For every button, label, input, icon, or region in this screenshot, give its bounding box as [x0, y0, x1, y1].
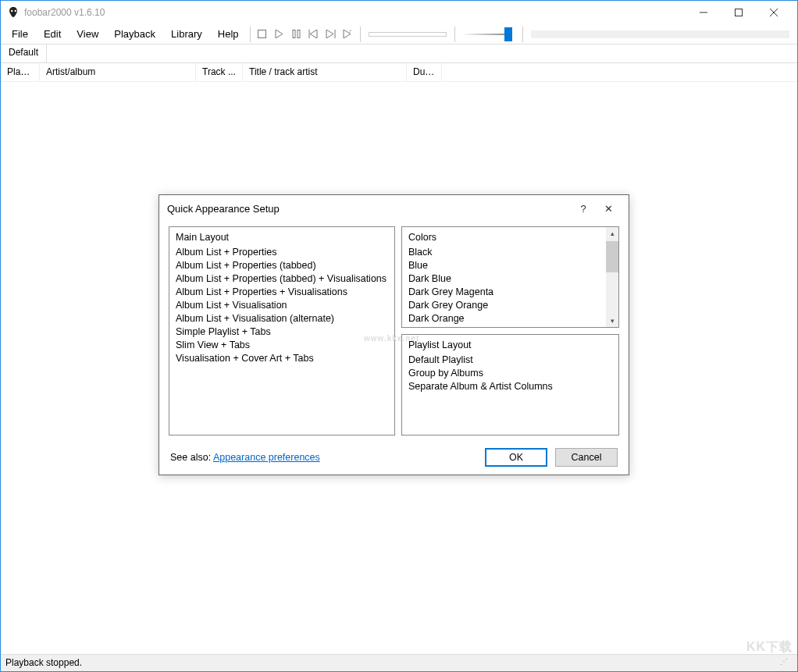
list-item[interactable]: Dark Blue: [408, 273, 612, 284]
resize-grip-icon[interactable]: ⋰: [780, 657, 793, 669]
see-also-label: See also:: [170, 452, 211, 463]
main-layout-heading: Main Layout: [176, 232, 388, 243]
list-item[interactable]: Group by Albums: [408, 368, 612, 379]
maximize-button[interactable]: [721, 1, 756, 24]
svg-rect-6: [293, 30, 295, 38]
list-item[interactable]: Dark Grey Orange: [408, 300, 612, 311]
playlist-layout-heading: Playlist Layout: [408, 340, 612, 350]
list-item[interactable]: Album List + Properties: [176, 247, 388, 258]
list-item[interactable]: Album List + Properties (tabbed) + Visua…: [176, 273, 388, 284]
menu-view[interactable]: View: [69, 26, 106, 42]
menu-file[interactable]: File: [4, 26, 36, 42]
svg-rect-1: [735, 9, 742, 16]
tab-default[interactable]: Default: [1, 44, 47, 62]
main-layout-panel: Main Layout Album List + Properties Albu…: [169, 226, 395, 436]
list-item[interactable]: Simple Playlist + Tabs: [176, 326, 388, 337]
status-text: Playback stopped.: [5, 657, 780, 669]
next-icon[interactable]: [323, 27, 339, 42]
svg-marker-5: [276, 30, 283, 38]
play-icon[interactable]: [272, 27, 287, 42]
status-bar: Playback stopped. ⋰: [1, 654, 797, 671]
menu-bar: File Edit View Playback Library Help ?: [1, 24, 797, 44]
separator: [250, 27, 251, 42]
menu-help[interactable]: Help: [210, 26, 247, 42]
menu-library[interactable]: Library: [163, 26, 210, 42]
scroll-down-icon[interactable]: ▾: [606, 315, 618, 327]
scroll-up-icon[interactable]: ▴: [606, 227, 618, 240]
dialog-help-button[interactable]: ?: [571, 203, 596, 215]
svg-rect-4: [258, 30, 266, 38]
separator: [360, 27, 361, 42]
colors-panel: Colors Black Blue Dark Blue Dark Grey Ma…: [401, 226, 619, 328]
close-button[interactable]: [756, 1, 791, 24]
separator: [522, 27, 523, 42]
menu-edit[interactable]: Edit: [36, 26, 69, 42]
list-item[interactable]: Album List + Visualisation (alternate): [176, 313, 388, 324]
list-item[interactable]: Dark Orange: [408, 313, 612, 324]
svg-text:?: ?: [348, 30, 351, 34]
col-track[interactable]: Track ...: [196, 63, 243, 81]
random-icon[interactable]: ?: [340, 27, 356, 42]
dialog-close-button[interactable]: ✕: [596, 203, 621, 215]
volume-slider[interactable]: [461, 27, 516, 42]
playlist-columns: Playi... Artist/album Track ... Title / …: [1, 63, 797, 82]
dialog-titlebar: Quick Appearance Setup ? ✕: [159, 195, 629, 222]
pause-icon[interactable]: [289, 27, 305, 42]
list-item[interactable]: Album List + Properties (tabbed): [176, 260, 388, 271]
watermark-logo: KK下载: [746, 639, 793, 656]
list-item[interactable]: Slim View + Tabs: [176, 340, 388, 350]
svg-marker-9: [310, 30, 317, 38]
separator: [454, 27, 455, 42]
list-item[interactable]: Blue: [408, 260, 612, 271]
list-item[interactable]: Album List + Visualisation: [176, 300, 388, 311]
svg-rect-7: [297, 30, 300, 38]
seek-bar[interactable]: [369, 32, 447, 37]
ok-button[interactable]: OK: [485, 448, 547, 467]
window-title: foobar2000 v1.6.10: [24, 7, 686, 18]
prev-icon[interactable]: [306, 27, 322, 42]
playlist-tabs: Default: [1, 44, 797, 63]
colors-scrollbar[interactable]: ▴ ▾: [606, 227, 618, 327]
stop-icon[interactable]: [255, 27, 270, 42]
menu-playback[interactable]: Playback: [106, 26, 163, 42]
list-item[interactable]: Dark Grey Magenta: [408, 286, 612, 297]
svg-marker-10: [326, 30, 333, 38]
appearance-preferences-link[interactable]: Appearance preferences: [213, 452, 320, 463]
col-duration[interactable]: Dura...: [407, 63, 442, 81]
list-item[interactable]: Visualisation + Cover Art + Tabs: [176, 353, 388, 364]
minimize-button[interactable]: [686, 1, 721, 24]
title-bar: foobar2000 v1.6.10: [1, 1, 797, 24]
playlist-layout-panel: Playlist Layout Default Playlist Group b…: [401, 334, 619, 436]
app-icon: [7, 6, 20, 19]
dialog-title: Quick Appearance Setup: [167, 203, 571, 215]
progress-bar[interactable]: [531, 30, 789, 38]
list-item[interactable]: Separate Album & Artist Columns: [408, 381, 612, 392]
list-item[interactable]: Default Playlist: [408, 354, 612, 365]
cancel-button[interactable]: Cancel: [555, 448, 618, 467]
colors-heading: Colors: [408, 232, 612, 243]
col-artist[interactable]: Artist/album: [40, 63, 196, 81]
dialog-footer: See also: Appearance preferences OK Canc…: [159, 440, 629, 475]
quick-appearance-dialog: Quick Appearance Setup ? ✕ Main Layout A…: [159, 194, 629, 475]
col-title[interactable]: Title / track artist: [243, 63, 407, 81]
list-item[interactable]: Album List + Properties + Visualisations: [176, 286, 388, 297]
list-item[interactable]: Black: [408, 247, 612, 258]
col-playing[interactable]: Playi...: [1, 63, 40, 81]
